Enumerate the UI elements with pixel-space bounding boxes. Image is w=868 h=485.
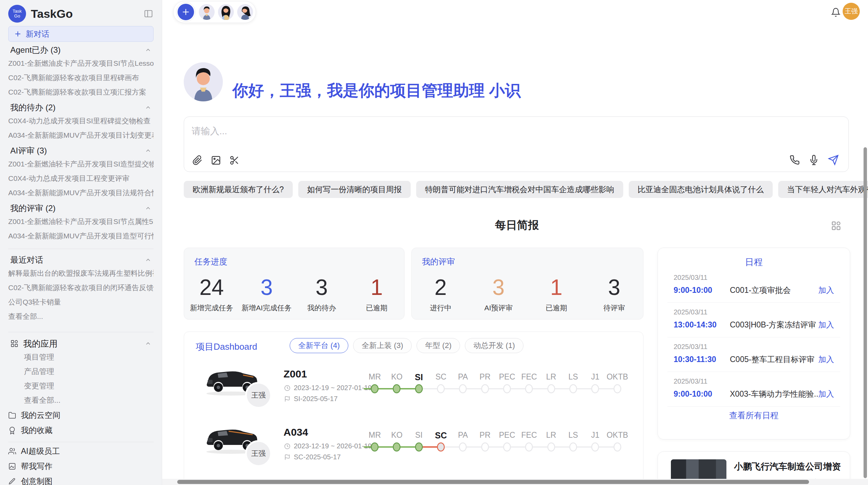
avatar[interactable] xyxy=(199,4,215,20)
image-upload-icon[interactable] xyxy=(211,155,221,165)
chat-composer xyxy=(184,116,849,172)
filter-pill[interactable]: 年型 (2) xyxy=(417,338,460,353)
apps-view-all[interactable]: 查看全部... xyxy=(8,393,154,408)
add-member-button[interactable] xyxy=(178,4,194,20)
section-header-recent-chats[interactable]: 最近对话 xyxy=(10,254,152,266)
sidebar: Task Go TaskGo 新对话 Agent已办 (3) Z001-全新燃油… xyxy=(0,0,162,485)
sidebar-item-favorites[interactable]: 我的收藏 xyxy=(8,423,154,438)
join-link[interactable]: 加入 xyxy=(818,389,834,399)
project-milestone: SI-2025-05-17 xyxy=(284,395,338,403)
my-review-card: 我的评审 2 进行中 3 AI预评审 1 已逾期 3 待评审 xyxy=(411,248,643,320)
join-link[interactable]: 加入 xyxy=(818,354,834,365)
project-dashboard-card: 项目Dashboard 全新平台 (4) 全新上装 (3) 年型 (2) 动总开… xyxy=(184,332,643,485)
recent-chat-item[interactable]: 公司Q3轻卡销量 xyxy=(8,295,154,309)
dashboard-title: 项目Dashboard xyxy=(196,341,257,353)
suggestion-chip[interactable]: 特朗普可能对进口汽车增税会对中国车企造成哪些影响 xyxy=(416,181,623,198)
pen-icon xyxy=(8,477,16,485)
suggestion-chips: 欧洲新规最近颁布了什么? 如何写一份清晰的项目周报 特朗普可能对进口汽车增税会对… xyxy=(184,181,868,198)
sidebar-item[interactable]: Z001-全新燃油皮卡产品开发项目SI节点Lesson Learn报告 xyxy=(8,56,154,71)
vertical-scrollbar-thumb[interactable] xyxy=(864,147,867,478)
section-header-ai-review[interactable]: AI评审 (3) xyxy=(10,145,152,157)
sidebar-item[interactable]: A034-全新新能源MUV产品开发项目造型可行性评审 xyxy=(8,229,154,243)
attachment-icon[interactable] xyxy=(192,155,203,165)
chevron-up-icon xyxy=(145,205,152,212)
horizontal-scrollbar-thumb[interactable] xyxy=(177,480,809,484)
stat-ai-prereview: 3 AI预评审 xyxy=(470,270,528,319)
sidebar-item[interactable]: Z001-全新燃油轻卡产品开发项目SI造型提交物评审 xyxy=(8,157,154,171)
task-progress-card: 任务进度 24 新增完成任务 3 新增AI完成任务 3 我的待办 1 已逾期 xyxy=(184,248,405,320)
section-header-my-review[interactable]: 我的评审 (2) xyxy=(10,202,152,214)
collapse-sidebar-icon[interactable] xyxy=(143,9,154,18)
assistant-avatar xyxy=(184,62,223,101)
recent-chat-item[interactable]: C02-飞腾新能源轻客改款项目的闭环通告反馈情况 xyxy=(8,281,154,295)
new-chat-button[interactable]: 新对话 xyxy=(8,26,154,42)
notification-bell-icon[interactable] xyxy=(831,8,841,17)
section-header-agent-done[interactable]: Agent已办 (3) xyxy=(10,44,152,56)
filter-pill[interactable]: 全新平台 (4) xyxy=(290,338,348,353)
apps-grid-icon xyxy=(10,339,19,348)
plus-icon xyxy=(14,30,22,38)
app-item-change-mgmt[interactable]: 变更管理 xyxy=(8,379,154,393)
sidebar-item[interactable]: C02-飞腾新能源轻客改款项目里程碑画布 xyxy=(8,71,154,85)
avatar[interactable] xyxy=(237,4,253,20)
suggestion-chip[interactable]: 欧洲新规最近颁布了什么? xyxy=(184,181,293,198)
section-header-my-todo[interactable]: 我的待办 (2) xyxy=(10,101,152,114)
sidebar-item-ai-employee[interactable]: AI超级员工 xyxy=(8,444,154,459)
join-link[interactable]: 加入 xyxy=(818,320,834,330)
project-row[interactable]: 王强 A034 2023-12-19 ~ 2026-01-19 SC-2025-… xyxy=(184,419,643,477)
project-dates: 2023-12-19 ~ 2027-01-19 xyxy=(284,384,372,392)
stat-in-progress: 2 进行中 xyxy=(412,270,470,319)
dashboard-filters: 全新平台 (4) 全新上装 (3) 年型 (2) 动总开发 (1) xyxy=(290,338,523,353)
event-title: C005-整车工程目标评审 xyxy=(725,354,818,365)
stat-pending-review: 3 待评审 xyxy=(585,270,643,319)
chat-input[interactable] xyxy=(192,123,672,139)
sidebar-item[interactable]: A034-全新新能源MUV产品开发项目法规符合性评审 xyxy=(8,186,154,200)
app-item-project-mgmt[interactable]: 项目管理 xyxy=(8,350,154,364)
phone-call-icon[interactable] xyxy=(789,155,800,165)
recent-view-all[interactable]: 查看全部... xyxy=(8,309,154,324)
sidebar-item-cloud-space[interactable]: 我的云空间 xyxy=(8,408,154,423)
section-header-my-apps[interactable]: 我的应用 xyxy=(10,337,152,350)
project-code: A034 xyxy=(284,426,308,438)
event-date: 2025/03/11 xyxy=(674,377,834,385)
folder-icon xyxy=(8,411,16,419)
suggestion-chip[interactable]: 比亚迪全固态电池计划具体说了什么 xyxy=(629,181,773,198)
filter-pill[interactable]: 全新上装 (3) xyxy=(353,338,412,353)
avatar[interactable] xyxy=(218,4,234,20)
sidebar-item[interactable]: C0X4-动力总成开发项目工程变更评审 xyxy=(8,171,154,186)
suggestion-chip[interactable]: 如何写一份清晰的项目周报 xyxy=(298,181,411,198)
project-owner-badge: 王强 xyxy=(245,382,272,409)
sidebar-item-help-write[interactable]: 帮我写作 xyxy=(8,459,154,474)
app-item-product-mgmt[interactable]: 产品管理 xyxy=(8,364,154,379)
stage-labels: MR KO SI SC PA PR PEC FEC LR LS J1 OKTB xyxy=(364,431,628,440)
users-icon xyxy=(8,447,16,455)
filter-pill[interactable]: 动总开发 (1) xyxy=(465,338,523,353)
sidebar-item[interactable]: C02-飞腾新能源轻客改款项目立项汇报方案 xyxy=(8,85,154,99)
project-milestone: SC-2025-05-17 xyxy=(284,453,341,461)
microphone-icon[interactable] xyxy=(809,155,819,165)
stat-overdue: 1 已逾期 xyxy=(349,270,405,319)
sidebar-item[interactable]: C0X4-动力总成开发项目SI里程碑提交物检查 xyxy=(8,114,154,128)
sidebar-item-creative-draw[interactable]: 创意制图 xyxy=(8,474,154,485)
star-badge-icon xyxy=(8,426,16,434)
chevron-up-icon xyxy=(145,104,152,111)
view-all-schedule-link[interactable]: 查看所有日程 xyxy=(658,407,850,421)
sidebar-item[interactable]: A034-全新新能源MUV产品开发项目计划变更表编写 xyxy=(8,128,154,142)
divider xyxy=(8,332,154,332)
send-icon[interactable] xyxy=(828,154,839,165)
flag-icon xyxy=(284,396,290,402)
sidebar-item[interactable]: Z001-全新燃油轻卡产品开发项目SI节点属性5D文件评审 xyxy=(8,214,154,229)
image-note-icon xyxy=(8,462,16,470)
recent-chat-item[interactable]: 解释最新出台的欧盟报废车法规再生塑料比例被调至15%... xyxy=(8,266,154,281)
scissors-icon[interactable] xyxy=(229,155,240,165)
project-row[interactable]: 王强 Z001 2023-12-19 ~ 2027-01-19 SI-2025-… xyxy=(184,361,643,419)
layout-grid-icon[interactable] xyxy=(831,221,841,231)
schedule-event: 2025/03/11 10:30-11:30 C005-整车工程目标评审 加入 xyxy=(667,337,840,372)
suggestion-chip[interactable]: 当下年轻人对汽车外观有怎样的喜好趋势 xyxy=(778,181,868,198)
user-avatar[interactable]: 王强 xyxy=(843,3,860,20)
join-link[interactable]: 加入 xyxy=(818,285,834,296)
greeting-title: 你好，王强，我是你的项目管理助理 小识 xyxy=(232,80,521,101)
news-title: 小鹏飞行汽车制造公司增资 xyxy=(734,461,841,473)
stat-new-done: 24 新增完成任务 xyxy=(184,270,239,319)
schedule-title: 日程 xyxy=(658,248,850,268)
